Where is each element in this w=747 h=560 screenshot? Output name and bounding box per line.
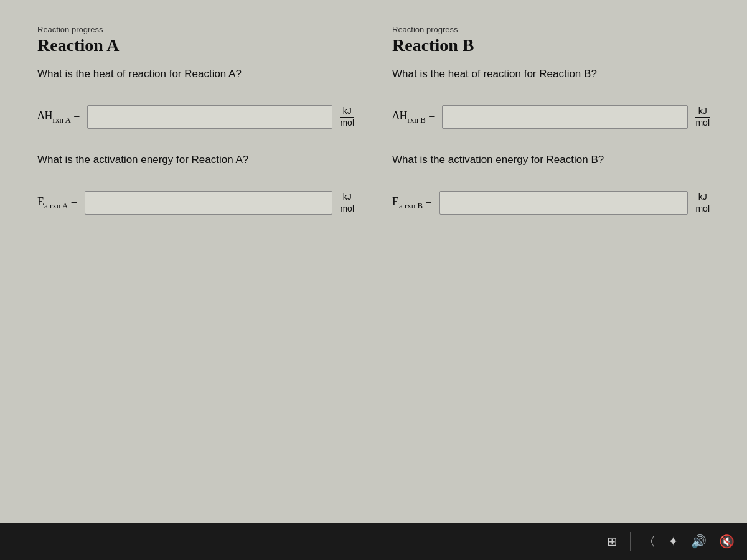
left-ea-row: Ea rxn A = kJ mol <box>37 191 354 215</box>
right-heat-question: What is the heat of reaction for Reactio… <box>392 68 710 80</box>
left-ea-input[interactable] <box>85 191 333 215</box>
left-delta-h-unit: kJ mol <box>340 106 354 128</box>
right-ea-equals: = <box>426 195 432 208</box>
right-ea-row: Ea rxn B = kJ mol <box>392 191 710 215</box>
column-right: Reaction progress Reaction B What is the… <box>374 12 728 510</box>
two-columns: Reaction progress Reaction A What is the… <box>19 12 728 510</box>
column-left: Reaction progress Reaction A What is the… <box>19 12 374 510</box>
left-delta-h-label: ΔHrxn A = <box>37 110 80 125</box>
left-heat-question: What is the heat of reaction for Reactio… <box>37 68 354 80</box>
taskbar-divider <box>630 532 631 551</box>
left-ea-equals: = <box>71 195 77 208</box>
taskbar: ⊞ 〈 ✦ 🔊 🔇 <box>0 523 747 560</box>
taskbar-grid-icon[interactable]: ⊞ <box>607 534 618 549</box>
left-delta-h-equals: = <box>73 110 80 122</box>
taskbar-volume-icon[interactable]: 🔊 <box>691 534 707 549</box>
right-reaction-title: Reaction B <box>392 35 710 55</box>
taskbar-star-icon[interactable]: ✦ <box>668 534 679 549</box>
right-delta-h-subscript: rxn B <box>408 114 426 124</box>
right-progress-label: Reaction progress <box>392 25 710 34</box>
left-ea-unit: kJ mol <box>340 192 354 213</box>
taskbar-back-icon[interactable]: 〈 <box>643 533 655 550</box>
left-delta-h-input[interactable] <box>87 105 332 129</box>
right-delta-h-input[interactable] <box>442 105 688 129</box>
taskbar-mute-icon[interactable]: 🔇 <box>719 534 735 549</box>
left-delta-h-row: ΔHrxn A = kJ mol <box>37 105 354 129</box>
left-reaction-title: Reaction A <box>37 35 354 55</box>
left-ea-subscript: a rxn A <box>44 200 68 210</box>
right-ea-subscript: a rxn B <box>399 200 423 210</box>
right-delta-h-label: ΔHrxn B = <box>392 110 435 125</box>
main-content: Reaction progress Reaction A What is the… <box>0 0 747 523</box>
left-ea-label: Ea rxn A = <box>37 195 77 211</box>
left-activation-question: What is the activation energy for Reacti… <box>37 154 354 166</box>
left-delta-h-subscript: rxn A <box>53 114 71 124</box>
right-ea-label: Ea rxn B = <box>392 195 432 211</box>
right-ea-input[interactable] <box>439 191 688 215</box>
right-ea-unit: kJ mol <box>695 192 710 213</box>
right-delta-h-equals: = <box>428 110 435 122</box>
right-activation-question: What is the activation energy for Reacti… <box>392 154 710 166</box>
right-delta-h-row: ΔHrxn B = kJ mol <box>392 105 710 129</box>
right-delta-h-unit: kJ mol <box>695 106 710 128</box>
left-progress-label: Reaction progress <box>37 25 354 34</box>
screen: Reaction progress Reaction A What is the… <box>0 0 747 560</box>
